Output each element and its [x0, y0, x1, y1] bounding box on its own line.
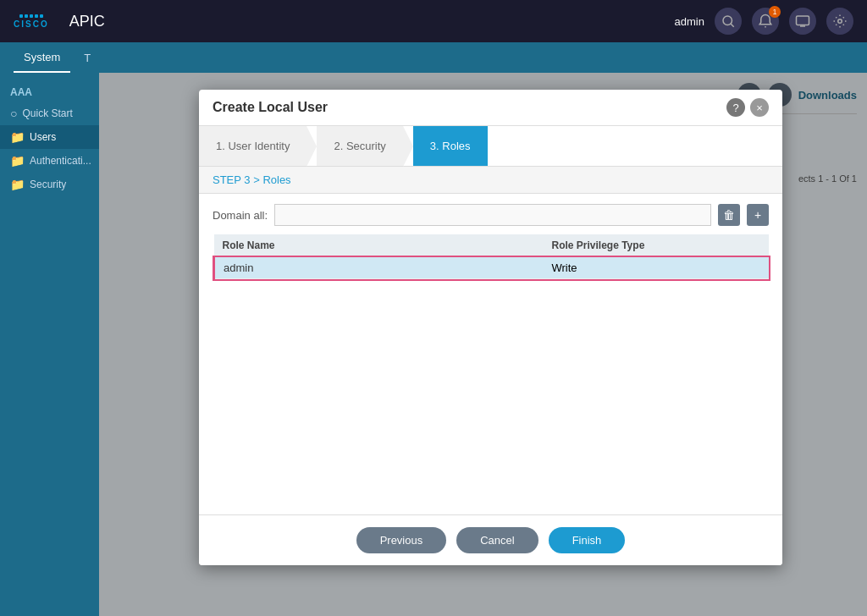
roles-table: Role Name Role Privilege Type Write [213, 234, 769, 279]
main-layout: AAA ○ Quick Start 📁 Users 📁 Authenticati… [0, 73, 867, 616]
topbar: CISCO APIC admin 1 [0, 0, 867, 42]
step1-label: 1. User Identity [216, 140, 290, 152]
search-icon-btn[interactable] [715, 8, 742, 35]
cisco-bars [19, 14, 43, 18]
wizard-steps: 1. User Identity 2. Security 3. Roles [199, 126, 782, 167]
svg-point-0 [723, 16, 732, 25]
navtabs: System T [0, 42, 867, 73]
content-area: ? Downloads mote Users ⬇ 🔧 ects 1 - 1 Of… [99, 73, 867, 616]
modal-create-local-user: Create Local User ? × 1. User Identity 2… [199, 90, 782, 565]
cancel-button[interactable]: Cancel [456, 527, 538, 553]
sidebar-item-quickstart[interactable]: ○ Quick Start [0, 102, 99, 125]
modal-header: Create Local User ? × [199, 90, 782, 126]
settings-icon-btn[interactable] [826, 8, 853, 35]
svg-point-5 [838, 19, 842, 24]
step-roles[interactable]: 3. Roles [413, 126, 488, 166]
table-area: Domain all: 🗑 + Role Name Role Privilege… [199, 194, 782, 289]
users-folder-icon: 📁 [10, 130, 25, 144]
notification-badge: 1 [769, 6, 781, 18]
step2-label: 2. Security [334, 140, 385, 152]
step-breadcrumb: STEP 3 > Roles [199, 167, 782, 194]
tab-t[interactable]: T [74, 42, 101, 73]
cisco-logo: CISCO [14, 14, 49, 29]
add-domain-btn[interactable]: + [747, 204, 769, 226]
cisco-logo-text: CISCO [14, 19, 49, 29]
sidebar-item-label-security: Security [30, 179, 66, 190]
quick-start-icon: ○ [10, 107, 17, 120]
modal-header-icons: ? × [726, 98, 769, 117]
previous-button[interactable]: Previous [356, 527, 447, 553]
sidebar-item-label-users: Users [30, 131, 56, 143]
privilege-type-value: Write [551, 261, 577, 274]
step-user-identity[interactable]: 1. User Identity [199, 126, 306, 166]
sidebar-item-label-auth: Authenticati... [30, 155, 91, 167]
screen-icon-btn[interactable] [789, 8, 816, 35]
col-privilege-type: Role Privilege Type [543, 234, 769, 257]
security-folder-icon: 📁 [10, 178, 25, 191]
domain-label: Domain all: [213, 209, 268, 222]
finish-button[interactable]: Finish [549, 527, 626, 553]
admin-label: admin [675, 15, 704, 28]
sidebar: AAA ○ Quick Start 📁 Users 📁 Authenticati… [0, 73, 99, 616]
svg-rect-3 [797, 16, 809, 25]
auth-folder-icon: 📁 [10, 154, 25, 168]
domain-row: Domain all: 🗑 + [213, 204, 769, 226]
topbar-right: admin 1 [675, 8, 853, 35]
sidebar-item-label-quickstart: Quick Start [22, 107, 72, 119]
app-title: APIC [69, 13, 661, 30]
modal-title: Create Local User [213, 100, 328, 115]
privilege-type-cell: Write [543, 257, 769, 279]
modal-help-button[interactable]: ? [726, 98, 745, 117]
role-name-cell [214, 257, 544, 279]
role-name-input[interactable] [224, 261, 534, 274]
sidebar-item-authentication[interactable]: 📁 Authenticati... [0, 149, 99, 173]
domain-input[interactable] [274, 204, 711, 226]
step3-label: 3. Roles [430, 140, 471, 152]
sidebar-item-security[interactable]: 📁 Security [0, 173, 99, 196]
breadcrumb-text: STEP 3 > Roles [213, 173, 291, 186]
notification-icon-btn[interactable]: 1 [752, 8, 779, 35]
step-security[interactable]: 2. Security [317, 126, 402, 166]
tab-system[interactable]: System [14, 42, 70, 73]
modal-close-button[interactable]: × [750, 98, 769, 117]
svg-line-1 [731, 24, 734, 27]
sidebar-section-aaa: AAA [0, 80, 99, 102]
col-role-name: Role Name [214, 234, 544, 257]
delete-domain-btn[interactable]: 🗑 [718, 204, 740, 226]
table-row[interactable]: Write [214, 257, 770, 279]
sidebar-item-users[interactable]: 📁 Users [0, 125, 99, 149]
modal-footer: Previous Cancel Finish [199, 514, 782, 565]
